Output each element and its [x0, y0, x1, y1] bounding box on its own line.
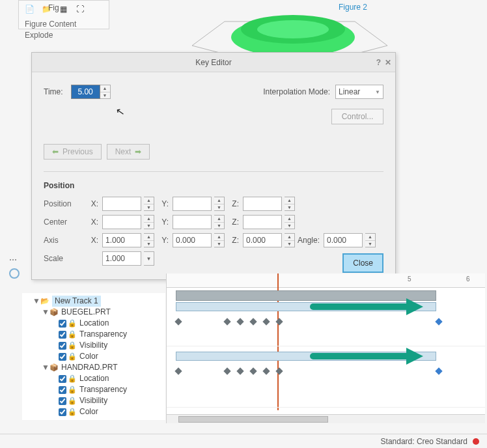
- part-node[interactable]: ▼📦HANDRAD.PRT: [42, 362, 164, 373]
- keyframe-diamond[interactable]: [174, 367, 182, 374]
- keyframe-diamond[interactable]: [249, 367, 257, 374]
- spinner[interactable]: ▲▼: [214, 197, 225, 211]
- property-label: Color: [79, 351, 98, 362]
- property-checkbox[interactable]: [59, 386, 66, 394]
- keyframe-diamond[interactable]: [236, 318, 244, 325]
- center-z-input[interactable]: [243, 215, 282, 229]
- record-icon[interactable]: [9, 268, 20, 279]
- figure-tab-label[interactable]: Fig: [48, 3, 59, 12]
- property-node[interactable]: 🔒Visibility: [51, 395, 164, 406]
- timeline-ruler[interactable]: 5 6: [167, 273, 485, 288]
- property-node[interactable]: 🔒Location: [51, 373, 164, 384]
- keyframe-diamond[interactable]: [249, 318, 257, 325]
- ruler-tick: 5: [408, 275, 411, 283]
- side-panel: ⋯: [9, 255, 33, 281]
- spinner[interactable]: ▲▼: [214, 215, 225, 229]
- lock-icon: 🔒: [68, 373, 77, 384]
- keyframe-row: [176, 316, 443, 327]
- spinner[interactable]: ▲▼: [365, 233, 376, 247]
- divider: [44, 171, 383, 172]
- keyframe-diamond[interactable]: [223, 367, 230, 374]
- property-checkbox[interactable]: [59, 408, 66, 416]
- lock-icon: 🔒: [68, 406, 77, 417]
- close-icon[interactable]: ✕: [385, 58, 391, 67]
- position-z-input[interactable]: [243, 197, 282, 211]
- keyframe-diamond[interactable]: [223, 318, 230, 325]
- scrollbar-thumb[interactable]: [178, 416, 328, 423]
- part-icon: 📦: [49, 307, 59, 318]
- status-standard: Standard: Creo Standard: [381, 437, 467, 446]
- track-node[interactable]: ▼📂New Track 1: [33, 296, 164, 307]
- scale-dropdown[interactable]: ▼: [144, 251, 154, 266]
- ribbon-item-explode[interactable]: Explode: [25, 31, 53, 40]
- spinner[interactable]: ▲▼: [285, 215, 295, 229]
- property-label: Location: [79, 373, 109, 384]
- figure-tab-icon[interactable]: 📄: [23, 3, 36, 15]
- spinner[interactable]: ▲▼: [144, 197, 154, 211]
- timeline-track[interactable]: [167, 349, 485, 408]
- property-node[interactable]: 🔒Transparency: [51, 329, 164, 340]
- collapse-icon[interactable]: ▼: [42, 307, 48, 318]
- property-node[interactable]: 🔒Location: [51, 318, 164, 329]
- keyframe-diamond[interactable]: [275, 367, 283, 374]
- center-y-input[interactable]: [173, 215, 212, 229]
- svg-point-3: [257, 20, 329, 38]
- position-section-title: Position: [44, 181, 383, 190]
- ribbon-item-figure-content[interactable]: Figure Content: [25, 20, 76, 29]
- position-y-input[interactable]: [173, 197, 212, 211]
- interp-label: Interpolation Mode:: [263, 87, 330, 96]
- time-spinner[interactable]: ▲▼: [100, 85, 111, 99]
- axis-x-input[interactable]: [102, 233, 141, 247]
- property-node[interactable]: 🔒Color: [51, 351, 164, 362]
- timeline-track[interactable]: [167, 288, 485, 346]
- close-button[interactable]: Close: [342, 253, 383, 273]
- keyframe-diamond[interactable]: [435, 367, 442, 374]
- spinner[interactable]: ▲▼: [214, 233, 225, 247]
- keyframe-diamond[interactable]: [174, 318, 182, 325]
- position-x-input[interactable]: [102, 197, 141, 211]
- control-button[interactable]: Control...: [331, 109, 383, 124]
- spinner[interactable]: ▲▼: [144, 215, 154, 229]
- z-label: Z:: [225, 217, 243, 227]
- axis-y-input[interactable]: [173, 233, 212, 247]
- keyframe-diamond[interactable]: [275, 318, 283, 325]
- interp-dropdown[interactable]: Linear ▼: [335, 85, 383, 99]
- spinner[interactable]: ▲▼: [285, 197, 295, 211]
- property-node[interactable]: 🔒Transparency: [51, 384, 164, 395]
- annotation-arrow: [310, 349, 427, 363]
- property-label: Location: [79, 318, 109, 329]
- angle-input[interactable]: [324, 233, 363, 247]
- keyframe-diamond[interactable]: [435, 318, 442, 325]
- collapse-icon[interactable]: ▼: [42, 362, 48, 373]
- property-node[interactable]: 🔒Color: [51, 406, 164, 417]
- scale-input[interactable]: [102, 251, 141, 266]
- axis-z-input[interactable]: [243, 233, 282, 247]
- spinner[interactable]: ▲▼: [144, 233, 154, 247]
- crop-icon[interactable]: ⛶: [74, 3, 87, 15]
- help-icon[interactable]: ?: [376, 58, 381, 67]
- z-label: Z:: [225, 236, 243, 245]
- timeline-scrollbar[interactable]: [167, 414, 485, 423]
- part-node[interactable]: ▼📦BUEGEL.PRT: [42, 307, 164, 318]
- property-checkbox[interactable]: [59, 342, 66, 350]
- interp-value: Linear: [339, 87, 360, 96]
- dots-icon[interactable]: ⋯: [9, 255, 33, 264]
- property-checkbox[interactable]: [59, 320, 66, 328]
- spinner[interactable]: ▲▼: [285, 233, 295, 247]
- collapse-icon[interactable]: ▼: [33, 296, 39, 307]
- time-input[interactable]: [71, 85, 100, 99]
- keyframe-diamond[interactable]: [262, 318, 270, 325]
- center-x-input[interactable]: [102, 215, 141, 229]
- previous-button[interactable]: ⬅ Previous: [44, 144, 102, 160]
- property-checkbox[interactable]: [59, 353, 66, 361]
- keyframe-diamond[interactable]: [236, 367, 244, 374]
- property-checkbox[interactable]: [59, 375, 66, 383]
- next-button[interactable]: Next ➡: [107, 144, 150, 160]
- property-checkbox[interactable]: [59, 331, 66, 339]
- property-checkbox[interactable]: [59, 397, 66, 405]
- row-axis-label: Axis: [44, 236, 89, 245]
- key-editor-dialog: Key Editor ? ✕ Time: ▲▼ Interpolation Mo…: [31, 52, 396, 280]
- keyframe-diamond[interactable]: [262, 367, 270, 374]
- property-node[interactable]: 🔒Visibility: [51, 340, 164, 351]
- timeline-panel: 5 6: [166, 273, 485, 423]
